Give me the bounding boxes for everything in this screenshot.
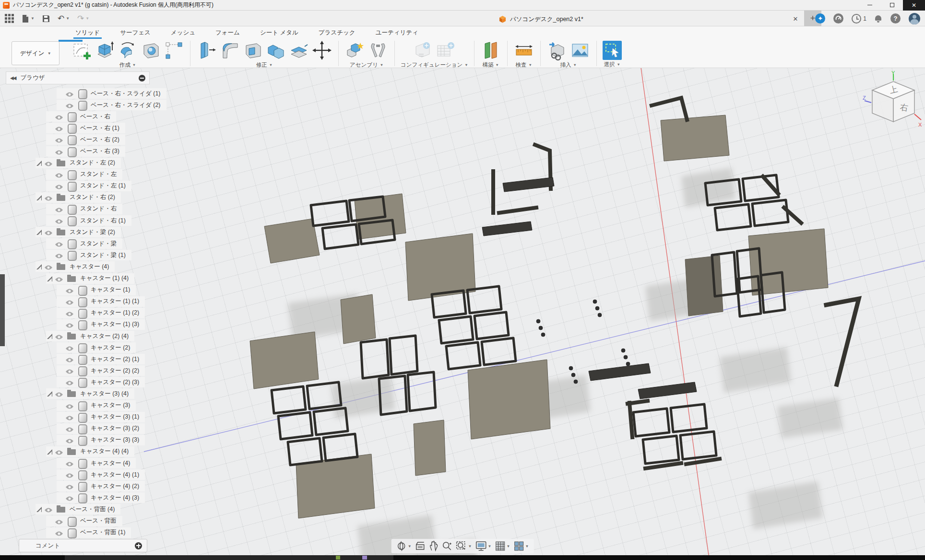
expand-triangle-icon[interactable] <box>36 506 44 512</box>
browser-tree-item[interactable]: スタンド・梁 (1) <box>6 249 150 261</box>
expand-triangle-icon[interactable] <box>57 437 65 443</box>
expand-triangle-icon[interactable] <box>46 391 55 397</box>
visibility-eye-icon[interactable] <box>65 102 74 108</box>
browser-tree-item[interactable]: キャスター (4) (2) <box>6 480 150 492</box>
expand-triangle-icon[interactable] <box>36 160 44 166</box>
save-button[interactable] <box>42 15 50 23</box>
joint-icon[interactable] <box>368 40 389 61</box>
browser-tree-item[interactable]: ベース・右 <box>6 111 150 122</box>
look-at-icon[interactable] <box>415 541 426 551</box>
visibility-eye-icon[interactable] <box>55 218 63 223</box>
zoom-icon[interactable] <box>442 541 452 551</box>
visibility-eye-icon[interactable] <box>65 91 74 96</box>
undo-button[interactable]: ↶▼ <box>58 13 70 23</box>
browser-tree-item[interactable]: キャスター (3) <box>6 400 150 411</box>
visibility-eye-icon[interactable] <box>55 518 63 524</box>
configuration-table-icon[interactable] <box>435 40 456 61</box>
ribbon-tab[interactable]: シート メタル <box>259 26 299 39</box>
expand-triangle-icon[interactable] <box>57 460 65 466</box>
pan-icon[interactable] <box>429 541 439 551</box>
browser-tree-item[interactable]: スタンド・左 (1) <box>6 180 150 192</box>
group-caption-configure[interactable]: コンフィギュレーション▼ <box>401 61 468 69</box>
expand-triangle-icon[interactable] <box>57 102 65 108</box>
expand-triangle-icon[interactable] <box>36 264 44 269</box>
expand-triangle-icon[interactable] <box>57 299 65 304</box>
browser-tree-item[interactable]: スタンド・右 (2) <box>6 192 150 203</box>
browser-tree-item[interactable]: スタンド・左 <box>6 169 150 180</box>
expand-triangle-icon[interactable] <box>46 449 55 455</box>
visibility-eye-icon[interactable] <box>55 172 63 177</box>
visibility-eye-icon[interactable] <box>65 426 74 432</box>
visibility-eye-icon[interactable] <box>55 114 63 119</box>
revolve-icon[interactable] <box>117 40 138 61</box>
visibility-eye-icon[interactable] <box>55 241 63 246</box>
shell-icon[interactable] <box>242 40 263 61</box>
group-caption-select[interactable]: 選択▼ <box>604 61 620 68</box>
expand-triangle-icon[interactable] <box>57 368 65 373</box>
browser-tree-item[interactable]: ベース・背面 (1) <box>6 527 150 538</box>
browser-tree-item[interactable]: キャスター (1) (1) <box>6 296 150 307</box>
grid-settings-icon[interactable]: ▼ <box>495 541 510 551</box>
pattern-icon[interactable] <box>163 40 184 61</box>
group-caption-insert[interactable]: 挿入▼ <box>560 61 576 69</box>
expand-triangle-icon[interactable] <box>57 379 65 385</box>
configuration-icon[interactable] <box>412 40 433 61</box>
expand-triangle-icon[interactable] <box>36 229 44 235</box>
add-comment-icon[interactable] <box>135 542 142 549</box>
collapse-left-icon[interactable]: ◀◀ <box>10 75 15 81</box>
browser-tree-item[interactable]: スタンド・梁 <box>6 238 150 249</box>
visibility-eye-icon[interactable] <box>55 183 63 189</box>
hole-icon[interactable] <box>140 40 161 61</box>
visibility-eye-icon[interactable] <box>65 322 74 327</box>
group-caption-assemble[interactable]: アセンブリ▼ <box>350 61 383 69</box>
browser-tree-item[interactable]: キャスター (1) (3) <box>6 319 150 330</box>
expand-triangle-icon[interactable] <box>57 322 65 327</box>
notification-clock[interactable]: 1 <box>852 14 866 23</box>
browser-tree-item[interactable]: キャスター (2) (3) <box>6 376 150 388</box>
visibility-eye-icon[interactable] <box>55 137 63 142</box>
ribbon-tab[interactable]: サーフェス <box>119 26 152 39</box>
visibility-eye-icon[interactable] <box>65 368 74 373</box>
visibility-eye-icon[interactable] <box>55 276 63 281</box>
browser-tree-item[interactable]: キャスター (2) (4) <box>6 330 150 342</box>
expand-triangle-icon[interactable] <box>46 137 55 142</box>
visibility-eye-icon[interactable] <box>65 483 74 489</box>
browser-tree-item[interactable]: キャスター (4) <box>6 457 150 469</box>
visibility-eye-icon[interactable] <box>55 449 63 455</box>
expand-triangle-icon[interactable] <box>57 310 65 316</box>
measure-icon[interactable] <box>513 40 534 61</box>
visibility-eye-icon[interactable] <box>44 160 53 166</box>
select-tool-icon[interactable] <box>603 41 622 60</box>
maximize-button[interactable] <box>881 0 903 11</box>
expand-triangle-icon[interactable] <box>46 206 55 212</box>
visibility-eye-icon[interactable] <box>65 414 74 420</box>
browser-header[interactable]: ◀◀ ブラウザ <box>6 71 150 84</box>
viewports-icon[interactable]: ▼ <box>513 541 529 551</box>
viewport[interactable]: 上 右 Y Z X ◀◀ ブラウザ <box>0 68 925 555</box>
browser-tree-item[interactable]: キャスター (4) (1) <box>6 469 150 480</box>
new-component-icon[interactable] <box>344 40 366 61</box>
construct-plane-icon[interactable] <box>480 40 501 61</box>
expand-triangle-icon[interactable] <box>57 287 65 293</box>
visibility-eye-icon[interactable] <box>65 403 74 408</box>
browser-tree-item[interactable]: キャスター (3) (1) <box>6 411 150 423</box>
visibility-eye-icon[interactable] <box>55 206 63 212</box>
expand-triangle-icon[interactable] <box>46 183 55 189</box>
group-caption-construct[interactable]: 構築▼ <box>482 61 498 69</box>
group-caption-inspect[interactable]: 検査▼ <box>515 61 532 69</box>
browser-tree-item[interactable]: ベース・背面 <box>6 515 150 526</box>
expand-triangle-icon[interactable] <box>57 483 65 489</box>
browser-tree-item[interactable]: キャスター (1) (2) <box>6 307 150 319</box>
browser-tree-item[interactable]: ベース・背面 (4) <box>6 503 150 515</box>
visibility-eye-icon[interactable] <box>65 287 74 293</box>
ribbon-tab[interactable]: ソリッド <box>74 26 101 39</box>
expand-triangle-icon[interactable] <box>46 252 55 258</box>
expand-triangle-icon[interactable] <box>57 345 65 350</box>
expand-triangle-icon[interactable] <box>57 472 65 478</box>
browser-tree-item[interactable]: キャスター (3) (4) <box>6 388 150 399</box>
browser-tree-item[interactable]: ベース・右 (2) <box>6 134 150 145</box>
browser-tree-item[interactable]: スタンド・右 (1) <box>6 215 150 226</box>
ribbon-tab[interactable]: ユーティリティ <box>375 26 419 39</box>
browser-tree-item[interactable]: キャスター (3) (3) <box>6 434 150 446</box>
browser-tree-item[interactable]: キャスター (4) (3) <box>6 492 150 503</box>
